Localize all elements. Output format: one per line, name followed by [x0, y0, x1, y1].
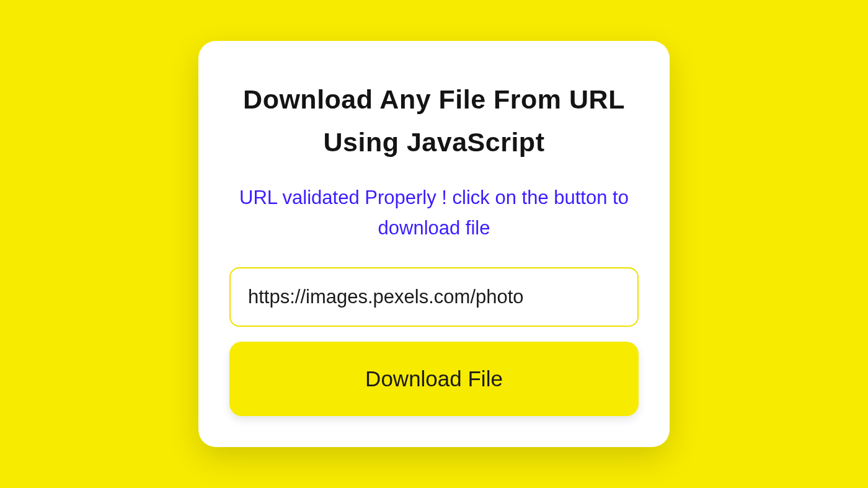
url-input[interactable] [229, 267, 639, 327]
download-card: Download Any File From URL Using JavaScr… [198, 41, 670, 447]
validation-status-message: URL validated Properly ! click on the bu… [229, 182, 639, 244]
card-title: Download Any File From URL Using JavaScr… [229, 78, 639, 164]
download-file-button[interactable]: Download File [229, 342, 639, 416]
